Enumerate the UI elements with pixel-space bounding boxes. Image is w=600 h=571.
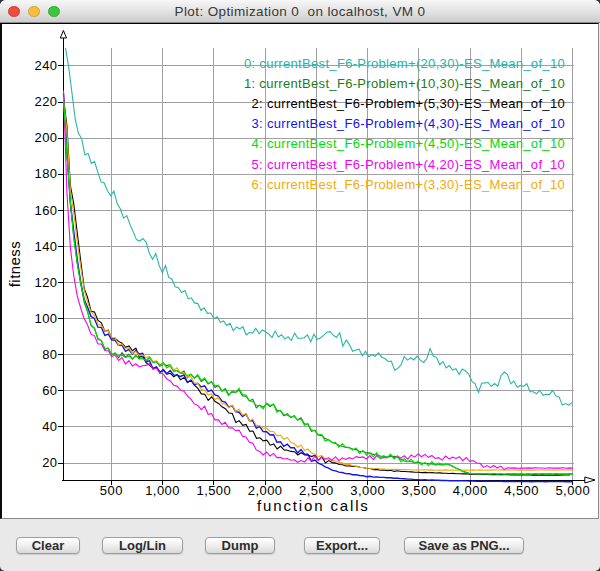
svg-text:120: 120 (34, 275, 57, 290)
svg-text:4: currentBest_F6-Problem+(4,5: 4: currentBest_F6-Problem+(4,50)-ES_Mean… (251, 136, 565, 151)
svg-text:function calls: function calls (257, 497, 370, 514)
svg-text:2,500: 2,500 (299, 483, 334, 498)
svg-text:1: currentBest_F6-Problem+(10,: 1: currentBest_F6-Problem+(10,30)-ES_Mea… (244, 76, 565, 91)
svg-text:100: 100 (34, 311, 57, 326)
svg-text:3,000: 3,000 (350, 483, 385, 498)
svg-text:2: currentBest_F6-Problem+(5,3: 2: currentBest_F6-Problem+(5,30)-ES_Mean… (251, 96, 565, 111)
svg-text:220: 220 (34, 94, 57, 109)
svg-text:6: currentBest_F6-Problem+(3,3: 6: currentBest_F6-Problem+(3,30)-ES_Mean… (251, 177, 565, 192)
svg-text:3,500: 3,500 (402, 483, 437, 498)
svg-text:200: 200 (34, 130, 57, 145)
svg-text:500: 500 (100, 483, 123, 498)
svg-text:1,500: 1,500 (196, 483, 231, 498)
svg-text:180: 180 (34, 166, 57, 181)
svg-text:240: 240 (34, 58, 57, 73)
svg-text:4,500: 4,500 (504, 483, 539, 498)
svg-text:80: 80 (42, 347, 57, 362)
svg-text:40: 40 (42, 419, 57, 434)
svg-text:140: 140 (34, 239, 57, 254)
svg-text:fitness: fitness (6, 241, 23, 288)
svg-text:2,000: 2,000 (248, 483, 283, 498)
svg-text:0: currentBest_F6-Problem+(20,: 0: currentBest_F6-Problem+(20,30)-ES_Mea… (244, 56, 565, 71)
svg-text:20: 20 (42, 455, 57, 470)
svg-text:1,000: 1,000 (145, 483, 180, 498)
svg-text:60: 60 (42, 383, 57, 398)
svg-text:5,000: 5,000 (555, 483, 590, 498)
svg-text:160: 160 (34, 203, 57, 218)
svg-text:3: currentBest_F6-Problem+(4,3: 3: currentBest_F6-Problem+(4,30)-ES_Mean… (251, 116, 565, 131)
svg-text:5: currentBest_F6-Problem+(4,2: 5: currentBest_F6-Problem+(4,20)-ES_Mean… (251, 157, 565, 172)
svg-text:4,000: 4,000 (453, 483, 488, 498)
